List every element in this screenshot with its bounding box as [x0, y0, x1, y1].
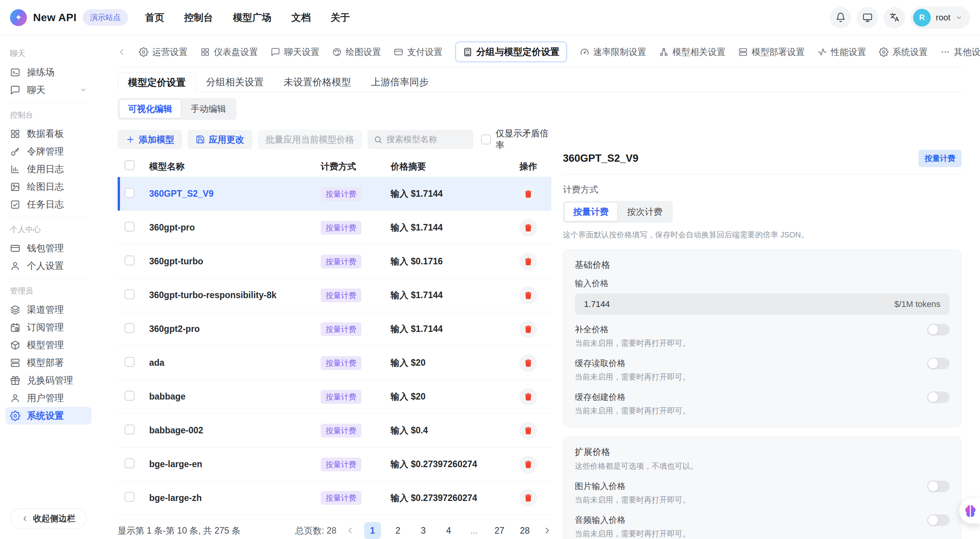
settings-tab-system[interactable]: 系统设置 [879, 46, 928, 58]
user-menu[interactable]: R root [910, 7, 970, 29]
sidebar-item-task-logs[interactable]: 任务日志 [5, 196, 92, 213]
nav-console[interactable]: 控制台 [184, 11, 213, 24]
edit-mode-manual[interactable]: 手动编辑 [182, 100, 235, 118]
sidebar-item-chat[interactable]: 聊天 [5, 81, 92, 99]
nav-model-market[interactable]: 模型广场 [233, 11, 271, 24]
conflict-filter[interactable]: 仅显示矛盾倍率 [481, 128, 551, 151]
table-row[interactable]: 360gpt-turbo按量计费输入 $0.1716 [118, 244, 551, 278]
delete-button[interactable] [519, 354, 537, 372]
toggle-cache-read-price[interactable] [927, 358, 950, 369]
settings-tab-drawing[interactable]: 绘图设置 [332, 46, 381, 58]
sidebar-item-tokens[interactable]: 令牌管理 [5, 143, 92, 160]
row-checkbox[interactable] [125, 255, 135, 265]
sidebar-item-drawing-logs[interactable]: 绘图日志 [5, 178, 92, 196]
settings-tab-operation[interactable]: 运营设置 [139, 46, 188, 58]
row-checkbox[interactable] [125, 492, 135, 502]
settings-tab-chat[interactable]: 聊天设置 [271, 46, 319, 58]
delete-button[interactable] [519, 287, 537, 304]
language-button[interactable] [883, 7, 905, 28]
row-checkbox[interactable] [125, 357, 135, 367]
sidebar-item-redemption[interactable]: 兑换码管理 [5, 371, 92, 389]
delete-button[interactable] [519, 422, 537, 439]
settings-tab-payment[interactable]: 支付设置 [394, 46, 443, 58]
sidebar-item-usage-logs[interactable]: 使用日志 [5, 160, 92, 178]
page-button-28[interactable]: 28 [516, 522, 533, 539]
delete-button[interactable] [519, 320, 537, 338]
notifications-button[interactable] [830, 7, 851, 28]
table-row[interactable]: bge-large-en按量计费输入 $0.27397260274 [118, 447, 551, 481]
row-checkbox[interactable] [125, 458, 135, 468]
model-name[interactable]: bge-large-en [149, 459, 321, 469]
add-model-button[interactable]: 添加模型 [118, 130, 182, 149]
collapse-sidebar-button[interactable]: 收起侧边栏 [10, 508, 87, 529]
delete-button[interactable] [519, 456, 537, 473]
delete-button[interactable] [519, 253, 537, 270]
settings-tab-other[interactable]: 其他设置 [940, 46, 980, 58]
sidebar-item-playground[interactable]: 操练场 [5, 63, 92, 81]
model-name[interactable]: bge-large-zh [149, 493, 321, 503]
table-row[interactable]: babbage-002按量计费输入 $0.4 [118, 413, 551, 447]
apply-changes-button[interactable]: 应用更改 [188, 130, 252, 149]
row-checkbox[interactable] [125, 289, 135, 299]
sidebar-item-model-deploy[interactable]: 模型部署 [5, 354, 92, 371]
settings-tab-rate-limit[interactable]: 速率限制设置 [580, 46, 646, 58]
toggle-image-input-price[interactable] [927, 481, 950, 492]
table-row[interactable]: 360gpt2-pro按量计费输入 $1.7144 [118, 312, 551, 346]
billing-option-by-volume[interactable]: 按量计费 [565, 203, 617, 221]
input-price-field[interactable]: 1.7144 $/1M tokens [575, 294, 950, 315]
settings-tab-model-deploy[interactable]: 模型部署设置 [738, 46, 805, 58]
sidebar-item-channels[interactable]: 渠道管理 [5, 301, 92, 318]
toggle-cache-create-price[interactable] [927, 391, 950, 403]
theme-button[interactable] [857, 7, 878, 28]
row-checkbox[interactable] [125, 222, 135, 232]
row-checkbox[interactable] [125, 323, 135, 333]
model-name[interactable]: 360gpt-turbo-responsibility-8k [149, 290, 321, 300]
model-name[interactable]: ada [149, 358, 321, 368]
billing-option-by-count[interactable]: 按次计费 [619, 203, 671, 221]
sidebar-item-system-settings[interactable]: 系统设置 [5, 407, 92, 425]
tabs-scroll-left-icon[interactable] [118, 48, 126, 56]
table-row[interactable]: ada按量计费输入 $20 [118, 346, 551, 380]
page-button-27[interactable]: 27 [491, 522, 508, 539]
sidebar-item-users[interactable]: 用户管理 [5, 389, 92, 407]
delete-button[interactable] [519, 185, 537, 203]
edit-mode-visual[interactable]: 可视化编辑 [120, 100, 181, 118]
settings-tab-model-related[interactable]: 模型相关设置 [659, 46, 725, 58]
table-row[interactable]: 360GPT_S2_V9按量计费输入 $1.7144 [118, 177, 551, 211]
select-all-checkbox[interactable] [125, 160, 135, 170]
delete-button[interactable] [519, 388, 537, 406]
nav-docs[interactable]: 文档 [291, 11, 311, 24]
table-row[interactable]: babbage按量计费输入 $20 [118, 380, 551, 413]
sidebar-item-wallet[interactable]: 钱包管理 [5, 239, 92, 257]
subtab-group-related[interactable]: 分组相关设置 [196, 72, 274, 91]
model-name[interactable]: babbage [149, 391, 321, 402]
row-checkbox[interactable] [125, 391, 135, 401]
table-row[interactable]: 360gpt-turbo-responsibility-8k按量计费输入 $1.… [118, 278, 551, 312]
search-input[interactable] [386, 134, 467, 144]
sidebar-item-dashboard[interactable]: 数据看板 [5, 125, 92, 143]
settings-tab-performance[interactable]: 性能设置 [817, 46, 866, 58]
batch-apply-button[interactable]: 批量应用当前模型价格 [258, 130, 362, 149]
nav-home[interactable]: 首页 [145, 11, 164, 24]
page-button-1[interactable]: 1 [364, 522, 381, 539]
sidebar-item-profile[interactable]: 个人设置 [5, 257, 92, 275]
sidebar-item-subscriptions[interactable]: 订阅管理 [5, 318, 92, 336]
settings-tab-dashboard[interactable]: 仪表盘设置 [200, 46, 258, 58]
table-row[interactable]: bge-large-zh按量计费输入 $0.27397260274 [118, 481, 551, 515]
prev-page-icon[interactable] [346, 526, 354, 535]
model-name[interactable]: 360gpt-turbo [149, 256, 321, 267]
settings-tab-pricing[interactable]: 分组与模型定价设置 [455, 41, 567, 62]
toggle-audio-input-price[interactable] [927, 514, 950, 526]
subtab-upstream-sync[interactable]: 上游倍率同步 [361, 72, 439, 91]
table-row[interactable]: 360gpt-pro按量计费输入 $1.7144 [118, 211, 551, 244]
page-button-3[interactable]: 3 [415, 522, 432, 539]
sidebar-item-models[interactable]: 模型管理 [5, 336, 92, 354]
row-checkbox[interactable] [125, 188, 135, 198]
page-button-2[interactable]: 2 [389, 522, 406, 539]
nav-about[interactable]: 关于 [331, 11, 350, 24]
subtab-unset-price-models[interactable]: 未设置价格模型 [274, 72, 361, 91]
delete-button[interactable] [519, 489, 537, 507]
next-page-icon[interactable] [543, 526, 551, 535]
row-checkbox[interactable] [125, 425, 135, 435]
model-name[interactable]: 360gpt-pro [149, 222, 321, 233]
